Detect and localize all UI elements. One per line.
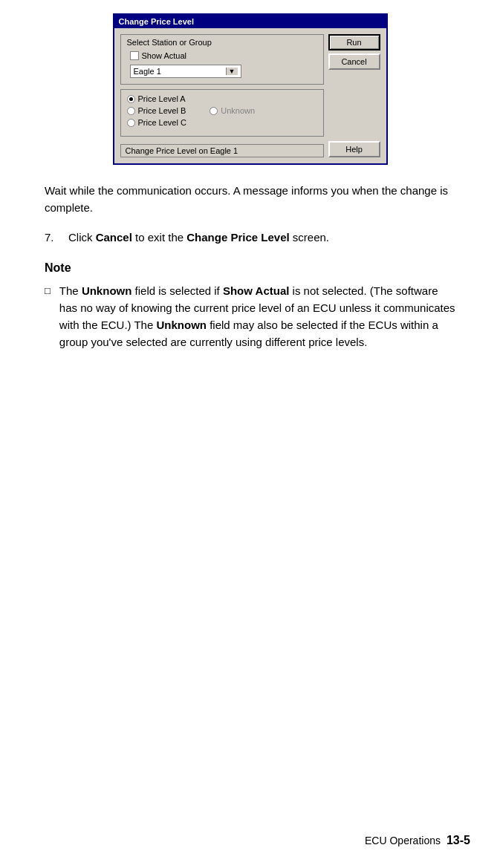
price-level-c-row: Price Level C — [127, 118, 317, 127]
step-7-row: 7. Click Cancel to exit the Change Price… — [45, 229, 455, 247]
page-content: Change Price Level Select Station or Gro… — [0, 0, 500, 396]
dialog-title: Change Price Level — [119, 17, 195, 26]
dialog-body: Select Station or Group Show Actual Eagl… — [114, 28, 386, 163]
cancel-button[interactable]: Cancel — [328, 53, 380, 70]
help-button[interactable]: Help — [328, 141, 380, 157]
unknown-radio[interactable] — [210, 107, 218, 115]
footer-page-number: 13-5 — [447, 834, 470, 847]
dialog-right-panel: Run Cancel Help — [328, 34, 380, 157]
show-actual-label: Show Actual — [142, 51, 187, 60]
station-group-label: Select Station or Group — [127, 38, 317, 47]
dialog-titlebar: Change Price Level — [114, 15, 386, 28]
show-actual-bold: Show Actual — [223, 284, 289, 297]
dropdown-arrow-icon[interactable]: ▼ — [226, 68, 238, 75]
price-level-a-label: Price Level A — [138, 94, 186, 103]
cancel-bold: Cancel — [96, 231, 132, 244]
unknown-label: Unknown — [221, 106, 255, 115]
page-footer: ECU Operations 13-5 — [365, 834, 470, 847]
dialog-wrapper: Change Price Level Select Station or Gro… — [45, 13, 455, 165]
price-level-a-row: Price Level A — [127, 94, 317, 103]
unknown-bold-2: Unknown — [156, 319, 207, 331]
price-level-b-label: Price Level B — [138, 106, 186, 115]
wait-text: Wait while the communication occurs. A m… — [45, 183, 455, 216]
dropdown-value: Eagle 1 — [134, 67, 161, 76]
run-button[interactable]: Run — [328, 34, 380, 50]
footer-section-label: ECU Operations — [365, 835, 441, 846]
change-price-level-bold: Change Price Level — [186, 231, 289, 244]
step-7-text: Click Cancel to exit the Change Price Le… — [68, 229, 329, 247]
note-body-text: The Unknown field is selected if Show Ac… — [59, 282, 455, 351]
step-7-number: 7. — [45, 229, 59, 247]
note-heading: Note — [45, 261, 455, 275]
price-level-c-label: Price Level C — [138, 118, 186, 127]
station-group-box: Select Station or Group Show Actual Eagl… — [120, 34, 324, 85]
price-level-a-radio[interactable] — [127, 95, 135, 103]
status-bar: Change Price Level on Eagle 1 — [120, 144, 324, 157]
price-level-b-row: Price Level B Unknown — [127, 106, 317, 115]
dialog-left-panel: Select Station or Group Show Actual Eagl… — [120, 34, 324, 157]
dialog-box: Change Price Level Select Station or Gro… — [113, 13, 388, 165]
note-item: □ The Unknown field is selected if Show … — [45, 282, 455, 351]
station-dropdown[interactable]: Eagle 1 ▼ — [130, 65, 241, 78]
unknown-bold-1: Unknown — [82, 284, 132, 297]
price-level-c-radio[interactable] — [127, 119, 135, 127]
show-actual-row: Show Actual — [130, 51, 317, 60]
price-level-group-box: Price Level A Price Level B Unknown — [120, 89, 324, 137]
price-level-b-radio[interactable] — [127, 107, 135, 115]
note-section: Note □ The Unknown field is selected if … — [45, 261, 455, 351]
show-actual-checkbox[interactable] — [130, 51, 139, 60]
dropdown-row: Eagle 1 ▼ — [130, 65, 317, 78]
note-bullet-icon: □ — [45, 284, 51, 351]
